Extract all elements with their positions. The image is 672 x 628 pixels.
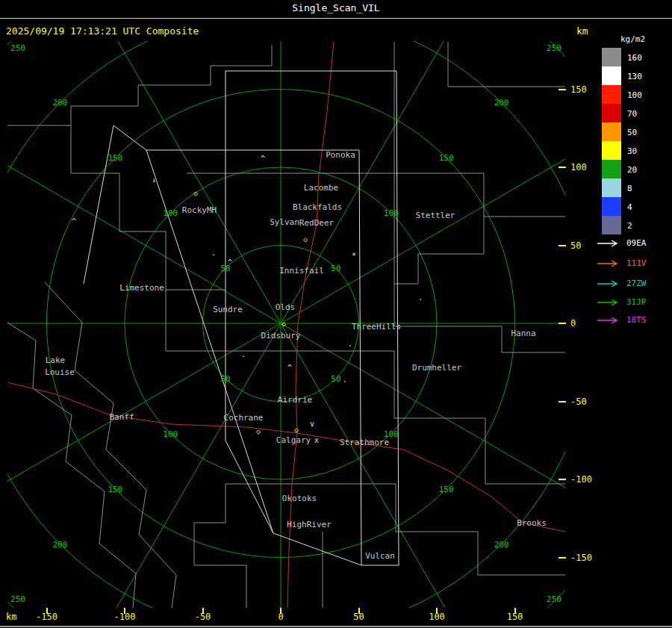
right-axis-label: 100 [570,162,587,172]
range-ring-distance-label: 50 [331,264,340,273]
right-axis-tick [559,167,566,168]
radar-id-label: 111V [626,259,647,268]
place-name-label: Sundre [213,305,243,314]
town-marker-diamond-icon: ◇ [294,426,299,434]
bottom-axis-tick [124,608,125,614]
place-name-label: Drumheller [412,364,461,372]
range-ring-distance-label: 200 [494,99,509,107]
range-ring-distance-label: 250 [10,595,25,603]
place-name-label: Brooks [517,519,547,527]
place-name-label: Cochrane [224,414,264,422]
place-name-label: Limestone [119,284,164,292]
town-marker-diamond-icon: ◇ [193,190,198,197]
place-name-label: Airdrie [278,396,312,404]
place-name-label: Hanna [511,329,535,338]
range-ring-distance-label: 250 [10,43,25,52]
range-ring-distance-label: 200 [52,540,67,548]
radar-legend-row: 18TS [597,315,647,326]
town-marker-arrow-down-icon: ↓ [152,176,156,184]
azimuth-line [0,323,281,628]
radar-legend-row: 09EA [597,238,647,249]
obs-marker-x-icon: x [314,437,319,444]
right-axis-tick [559,323,566,324]
azimuth-line [281,0,572,323]
place-name-label: Calgary [276,436,311,444]
radar-arrow-icon [597,259,622,268]
obs-marker-dot-icon: · [418,296,423,304]
range-ring-distance-label: 50 [331,374,340,382]
azimuth-line [281,323,672,615]
obs-marker-caret-icon: ^ [287,364,292,372]
right-axis-label: 150 [570,84,587,95]
radar-legend-row: 111V [597,258,647,269]
right-axis-tick [559,89,566,90]
place-name-label: Ponoka [326,151,355,159]
colorbar-swatch [602,85,621,104]
colorbar-swatch [602,216,621,234]
radar-id-label: 27ZW [626,279,647,288]
scan-area-outlines [84,71,399,565]
range-ring-distance-label: 150 [439,154,454,162]
range-ring-distance-label: 250 [547,595,561,603]
place-name-label: HighRiver [287,520,332,529]
right-axis-label: 0 [570,318,576,329]
azimuth-line [0,32,281,323]
range-ring-distance-label: 200 [52,99,67,107]
range-ring-distance-label: 150 [108,485,122,493]
right-axis-label: -150 [570,553,592,563]
range-ring-distance-label: 100 [163,209,178,217]
place-name-label: Didsbury [261,332,301,340]
colorbar-swatch [602,178,621,197]
bottom-axis-tick [514,608,516,614]
horizontal-axis-unit-label: km [6,612,16,622]
colorbar-unit-label: kg/m2 [620,34,645,44]
right-axis-tick [559,479,566,480]
place-name-label: Sylvan [270,218,299,226]
range-ring-distance-label: 50 [220,374,230,382]
place-name-label: Vulcan [365,552,395,560]
range-ring-distance-label: 200 [494,540,509,548]
radar-id-label: 09EA [626,239,647,248]
town-marker-diamond-icon: ◇ [303,236,308,243]
radar-arrow-icon [597,298,622,307]
colorbar-swatch [602,104,621,122]
right-axis-tick [559,557,566,559]
radar-arrow-icon [597,279,622,288]
place-name-label: Strathmore [340,438,389,447]
obs-marker-dot-icon: · [348,343,352,350]
place-name-label: RedDeer [299,219,334,227]
colorbar-value: 20 [627,165,637,175]
radar-legend-row: 27ZW [597,279,647,289]
bottom-axis-tick [280,608,281,614]
colorbar-swatch [602,48,621,66]
place-name-label: Olds [276,303,296,311]
radar-display-app: { "window": { "title": "Single_Scan_VIL"… [0,0,672,628]
colorbar-value: 4 [627,202,632,212]
colorbar-value: 30 [627,146,637,156]
radar-id-label: 18TS [626,316,647,325]
bottom-axis-tick [46,608,48,614]
radar-id-label: 31JP [626,298,647,307]
place-name-label: ThreeHills [352,323,401,331]
town-marker-diamond-icon: ◇ [256,428,261,435]
range-ring-distance-label: 250 [547,43,561,52]
bottom-window-border [0,626,672,627]
range-ring-distance-label: 100 [384,209,399,217]
range-ring-distance-label: 150 [439,485,454,493]
colorbar-swatch [602,122,621,141]
colorbar-value: 100 [627,90,642,100]
bottom-axis-tick [436,608,438,614]
colorbar-swatch [602,141,621,160]
obs-marker-caret-icon: ^ [228,259,232,267]
colorbar-swatch [602,197,621,216]
obs-marker-asterisk-icon: * [352,252,356,260]
azimuth-line [0,0,281,323]
place-name-label: Stettler [416,211,455,220]
colorbar-value: 50 [627,128,637,137]
azimuth-line [0,323,281,615]
colorbar-value: 2 [627,221,632,231]
colorbar-value: 160 [627,53,642,63]
place-name-label: Innisfail [279,267,324,275]
obs-marker-dot-icon: · [211,252,216,259]
colorbar-swatch [602,66,621,85]
